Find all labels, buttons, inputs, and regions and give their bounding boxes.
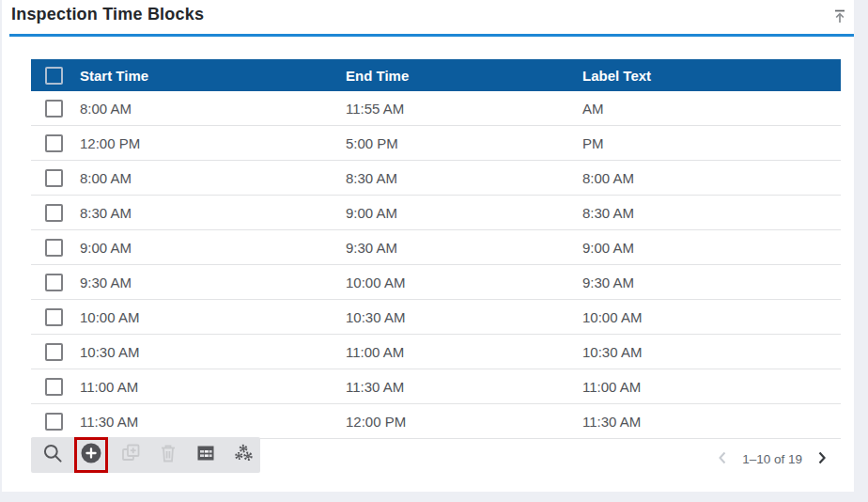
cell-start-time: 12:00 PM xyxy=(74,135,340,151)
cell-label-text: 11:00 AM xyxy=(577,379,841,395)
time-blocks-table: Start Time End Time Label Text 8:00 AM 1… xyxy=(31,59,841,439)
collapse-up-icon xyxy=(831,7,848,29)
cell-end-time: 10:30 AM xyxy=(340,309,577,325)
row-checkbox-cell xyxy=(31,134,74,152)
cell-end-time: 11:30 AM xyxy=(340,379,577,395)
cell-end-time: 12:00 PM xyxy=(340,414,577,430)
table-toolbar xyxy=(31,437,260,473)
search-button[interactable] xyxy=(40,443,65,467)
search-icon xyxy=(42,443,64,468)
cell-start-time: 8:00 AM xyxy=(74,101,340,117)
duplicate-button xyxy=(118,443,143,467)
table-view-button[interactable] xyxy=(194,443,218,467)
next-page-button[interactable] xyxy=(814,451,829,466)
cell-label-text: 9:30 AM xyxy=(577,275,841,290)
row-checkbox[interactable] xyxy=(45,378,63,396)
row-checkbox[interactable] xyxy=(45,343,63,361)
cell-start-time: 10:30 AM xyxy=(74,344,340,360)
header-start-time[interactable]: Start Time xyxy=(74,68,340,84)
table-row[interactable]: 8:00 AM 11:55 AM AM xyxy=(31,91,841,126)
row-checkbox[interactable] xyxy=(45,134,63,152)
settings-button[interactable] xyxy=(231,443,256,467)
cell-end-time: 10:00 AM xyxy=(340,275,577,290)
cell-label-text: AM xyxy=(577,101,841,117)
table-row[interactable]: 9:30 AM 10:00 AM 9:30 AM xyxy=(31,265,841,300)
pagination: 1–10 of 19 xyxy=(715,447,829,471)
table-row[interactable]: 9:00 AM 9:30 AM 9:00 AM xyxy=(31,230,841,265)
cell-start-time: 11:00 AM xyxy=(74,379,340,395)
cell-end-time: 11:00 AM xyxy=(340,344,577,360)
cell-label-text: 10:00 AM xyxy=(577,309,841,325)
cell-start-time: 10:00 AM xyxy=(74,309,340,325)
table-row[interactable]: 11:30 AM 12:00 PM 11:30 AM xyxy=(31,404,841,439)
cell-start-time: 11:30 AM xyxy=(74,414,340,430)
row-checkbox-cell xyxy=(31,100,74,118)
delete-trash-icon xyxy=(157,442,179,468)
row-checkbox[interactable] xyxy=(45,274,63,291)
duplicate-icon xyxy=(119,442,142,468)
row-checkbox-cell xyxy=(31,239,74,257)
row-checkbox-cell xyxy=(31,169,74,187)
cell-end-time: 5:00 PM xyxy=(340,135,577,151)
pagination-range-label: 1–10 of 19 xyxy=(742,452,802,466)
add-button[interactable] xyxy=(79,443,103,467)
cell-end-time: 9:30 AM xyxy=(340,240,577,256)
table-body: 8:00 AM 11:55 AM AM 12:00 PM 5:00 PM PM … xyxy=(31,91,841,439)
cell-end-time: 8:30 AM xyxy=(340,170,577,186)
add-icon xyxy=(80,442,102,468)
cell-label-text: 8:00 AM xyxy=(577,170,841,186)
row-checkbox[interactable] xyxy=(45,169,63,187)
row-checkbox-cell xyxy=(31,274,74,291)
header-end-time[interactable]: End Time xyxy=(340,68,577,84)
delete-button xyxy=(156,443,180,467)
header-label-text[interactable]: Label Text xyxy=(577,68,841,84)
cell-label-text: 10:30 AM xyxy=(577,344,841,360)
table-row[interactable]: 10:00 AM 10:30 AM 10:00 AM xyxy=(31,300,841,335)
table-row[interactable]: 12:00 PM 5:00 PM PM xyxy=(31,126,841,161)
row-checkbox[interactable] xyxy=(45,204,63,222)
collapse-panel-button[interactable] xyxy=(828,6,852,30)
add-button-highlight-annotation xyxy=(74,437,108,473)
cell-start-time: 9:00 AM xyxy=(74,240,340,256)
row-checkbox-cell xyxy=(31,204,74,222)
table-row[interactable]: 11:00 AM 11:30 AM 11:00 AM xyxy=(31,369,841,404)
cell-end-time: 9:00 AM xyxy=(340,205,577,221)
table-row[interactable]: 8:30 AM 9:00 AM 8:30 AM xyxy=(31,196,841,230)
cell-start-time: 8:00 AM xyxy=(74,170,340,186)
select-all-cell xyxy=(31,67,74,85)
row-checkbox-cell xyxy=(31,413,74,431)
table-grid-icon xyxy=(194,442,217,468)
table-header-row: Start Time End Time Label Text xyxy=(31,59,841,91)
table-row[interactable]: 8:00 AM 8:30 AM 8:00 AM xyxy=(31,161,841,196)
previous-page-button[interactable] xyxy=(715,451,730,466)
table-row[interactable]: 10:30 AM 11:00 AM 10:30 AM xyxy=(31,335,841,369)
select-all-checkbox[interactable] xyxy=(45,67,63,85)
cell-start-time: 8:30 AM xyxy=(74,205,340,221)
cell-label-text: PM xyxy=(577,135,841,151)
row-checkbox-cell xyxy=(31,308,74,326)
cell-label-text: 8:30 AM xyxy=(577,205,841,221)
cell-end-time: 11:55 AM xyxy=(340,101,577,117)
title-accent-divider xyxy=(9,34,854,37)
row-checkbox[interactable] xyxy=(45,308,63,326)
row-checkbox-cell xyxy=(31,343,74,361)
row-checkbox-cell xyxy=(31,378,74,396)
chevron-right-icon xyxy=(815,450,829,468)
row-checkbox[interactable] xyxy=(45,239,63,257)
row-checkbox[interactable] xyxy=(45,100,63,118)
cell-label-text: 11:30 AM xyxy=(577,414,841,430)
cell-label-text: 9:00 AM xyxy=(577,240,841,256)
settings-gears-icon xyxy=(231,442,256,468)
chevron-left-icon xyxy=(716,450,729,468)
cell-start-time: 9:30 AM xyxy=(74,275,340,290)
row-checkbox[interactable] xyxy=(45,413,63,431)
page-title: Inspection Time Blocks xyxy=(11,5,204,24)
inspection-time-blocks-panel: Inspection Time Blocks Start Time End Ti… xyxy=(2,0,854,492)
